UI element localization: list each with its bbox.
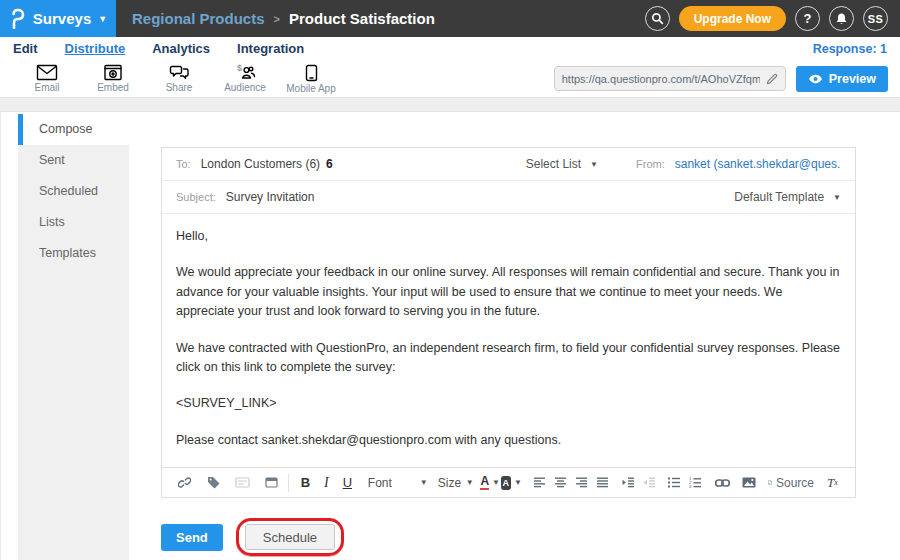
from-label: From: [636,158,665,170]
surveys-menu-label: Surveys [33,10,91,27]
tab-analytics[interactable]: Analytics [152,41,210,56]
search-icon [651,12,664,25]
notifications-button[interactable] [829,6,854,31]
template-dropdown[interactable]: Default Template ▼ [734,190,841,204]
text-color-icon: A [480,475,489,490]
user-avatar[interactable]: SS [863,6,888,31]
surveys-menu[interactable]: Surveys ▼ [0,0,116,37]
subject-value[interactable]: Survey Invitation [226,190,315,204]
share-icon [169,64,190,81]
subject-row: Subject: Survey Invitation Default Templ… [162,181,855,214]
embed-media-button[interactable] [261,472,282,494]
help-button[interactable]: ? [795,6,820,31]
to-row: To: London Customers (6) 6 Select List ▼… [162,148,855,181]
to-label: To: [176,158,191,170]
chevron-down-icon: ▼ [514,478,522,487]
underline-button[interactable]: U [337,472,358,494]
chevron-down-icon: ▼ [590,160,598,169]
merge-field-icon [235,477,250,488]
body-paragraph: <SURVEY_LINK> [176,394,841,413]
svg-text:3: 3 [689,484,692,488]
questionpro-logo-icon [9,8,26,29]
indent-icon [622,477,635,488]
edit-url-icon[interactable] [766,73,778,85]
merge-field-button[interactable] [232,472,253,494]
source-label: Source [776,476,814,490]
template-dropdown-label: Default Template [734,190,824,204]
distribute-main: Compose Sent Scheduled Lists Templates T… [0,112,900,560]
send-button[interactable]: Send [161,524,223,551]
channel-mobile-app-label: Mobile App [286,83,335,94]
insert-image-icon [742,477,756,488]
breadcrumb: Regional Products > Product Satisfaction [132,10,435,27]
chevron-down-icon: ▼ [833,193,841,202]
select-list-dropdown[interactable]: Select List ▼ [526,157,598,171]
channel-email-label: Email [34,82,59,93]
to-value[interactable]: London Customers (6) [201,157,320,171]
insert-link-button[interactable] [712,472,733,494]
recipient-count[interactable]: 6 [326,157,333,171]
sidebar-item-templates[interactable]: Templates [18,238,129,269]
outdent-button[interactable] [639,472,660,494]
email-sidebar: Compose Sent Scheduled Lists Templates [18,114,129,560]
body-paragraph: Hello, [176,227,841,246]
channel-email[interactable]: Email [14,64,80,93]
breadcrumb-parent[interactable]: Regional Products [132,10,265,27]
sidebar-item-compose[interactable]: Compose [18,114,129,145]
channel-mobile-app[interactable]: Mobile App [278,64,344,94]
bulleted-list-button[interactable] [664,472,685,494]
text-color-button[interactable]: A ▼ [480,472,501,494]
eye-icon [808,74,823,84]
font-family-dropdown[interactable]: Font ▼ [368,476,428,490]
mobile-app-icon [305,64,318,82]
link-button[interactable] [174,472,195,494]
sidebar-item-scheduled[interactable]: Scheduled [18,176,129,207]
italic-button[interactable]: I [316,472,337,494]
tab-distribute[interactable]: Distribute [65,41,126,56]
bold-button[interactable]: B [295,472,316,494]
channel-share[interactable]: Share [146,64,212,93]
survey-nav-tabs: Edit Distribute Analytics Integration Re… [0,37,900,60]
channel-embed-label: Embed [97,82,129,93]
tab-integration[interactable]: Integration [237,41,304,56]
search-button[interactable] [645,6,670,31]
align-left-button[interactable] [530,472,551,494]
email-icon [36,64,58,81]
numbered-list-icon: 123 [689,477,702,488]
sidebar-item-sent[interactable]: Sent [18,145,129,176]
align-center-button[interactable] [551,472,572,494]
source-button[interactable]: a Source [768,472,814,494]
tab-edit[interactable]: Edit [13,41,38,56]
sidebar-item-lists[interactable]: Lists [18,207,129,238]
editor-toolbar: B I U Font ▼ Size ▼ A ▼ A ▼ [162,467,855,497]
outdent-icon [643,477,656,488]
preview-button[interactable]: Preview [796,66,888,92]
justify-button[interactable] [593,472,614,494]
distribute-channel-bar: Email Embed Share $ Audience Mobile A [0,60,900,98]
schedule-button[interactable]: Schedule [245,524,335,550]
justify-icon [597,477,609,488]
align-right-button[interactable] [572,472,593,494]
source-icon: a [768,476,772,489]
chevron-down-icon: ▼ [492,478,500,487]
channel-embed[interactable]: Embed [80,64,146,93]
response-count[interactable]: Response: 1 [813,42,887,56]
link-icon [178,476,191,489]
tag-button[interactable] [203,472,224,494]
survey-url-field[interactable]: https://qa.questionpro.com/t/AOhoVZfqml [554,66,786,91]
indent-button[interactable] [618,472,639,494]
from-value[interactable]: sanket (sanket.shekdar@ques... [675,157,841,171]
audience-icon: $ [234,64,256,81]
bulleted-list-icon [668,477,681,488]
breadcrumb-separator: > [274,13,280,25]
insert-image-button[interactable] [739,472,760,494]
channel-audience[interactable]: $ Audience [212,64,278,93]
sidebar-filler [18,269,129,560]
font-size-dropdown[interactable]: Size ▼ [438,476,474,490]
remove-format-button[interactable]: Tx [822,472,843,494]
background-color-button[interactable]: A ▼ [501,472,522,494]
upgrade-now-button[interactable]: Upgrade Now [679,6,786,31]
from-group: From: sanket (sanket.shekdar@ques... [636,157,841,171]
numbered-list-button[interactable]: 123 [685,472,706,494]
email-body-editor[interactable]: Hello, We would appreciate your feedback… [162,214,855,467]
